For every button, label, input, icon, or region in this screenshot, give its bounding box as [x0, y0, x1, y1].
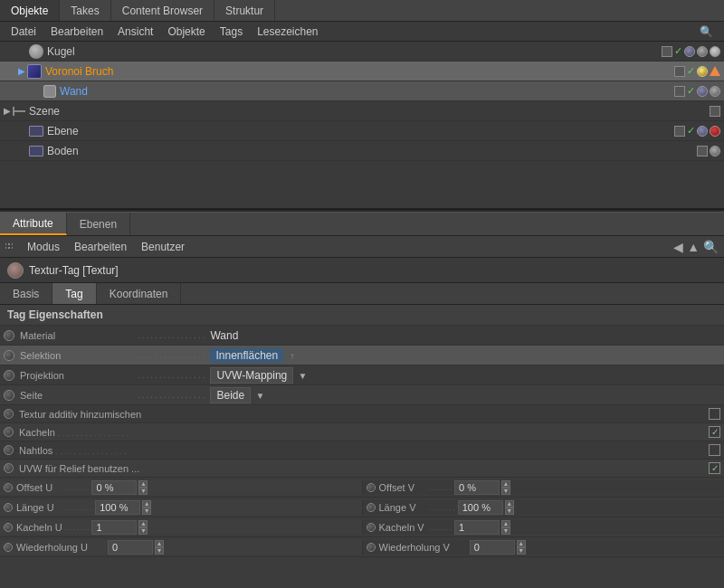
- menu-lesezeichen[interactable]: Lesezeichen: [250, 22, 325, 41]
- num-dots-laenge-v: ........: [429, 502, 456, 512]
- szene-object-icon: [13, 105, 25, 118]
- subtab-basis[interactable]: Basis: [0, 283, 52, 304]
- tab-content-browser[interactable]: Content Browser: [111, 0, 214, 21]
- prop-value-material: Wand: [206, 329, 720, 342]
- check-e: ✓: [687, 125, 695, 137]
- arrow-up-icon[interactable]: ▲: [687, 240, 700, 254]
- cb-radio-textur-additiv[interactable]: [4, 409, 14, 419]
- tab-ebenen[interactable]: Ebenen: [67, 213, 130, 235]
- subtab-tag[interactable]: Tag: [52, 283, 96, 304]
- toolbar-benutzer[interactable]: Benutzer: [138, 241, 188, 253]
- num-radio-wiederholung-u[interactable]: [4, 543, 13, 552]
- num-radio-wiederholung-v[interactable]: [367, 543, 376, 552]
- num-cell-wiederholung-u: Wiederholung U ▲ ▼: [0, 540, 363, 555]
- tab-objekte[interactable]: Objekte: [0, 0, 60, 21]
- prop-radio-selektion[interactable]: [4, 350, 14, 361]
- num-spinner-kacheln-u[interactable]: ▲ ▼: [138, 520, 148, 535]
- tab-takes[interactable]: Takes: [60, 0, 110, 21]
- num-dots-laenge-u: ........: [66, 502, 93, 512]
- num-spinner-kacheln-v[interactable]: ▲ ▼: [501, 520, 510, 535]
- szene-name: Szene: [29, 105, 710, 118]
- ebene-object-icon: [29, 126, 43, 137]
- num-row-kacheln: Kacheln U ....... ▲ ▼ Kacheln V ....... …: [0, 517, 724, 537]
- menu-bar: Datei Bearbeiten Ansicht Objekte Tags Le…: [0, 22, 724, 42]
- object-row-boden[interactable]: Boden: [0, 141, 724, 161]
- top-tab-bar: Objekte Takes Content Browser Struktur: [0, 0, 724, 22]
- attr-panel: Attribute Ebenen Modus Bearbeiten Benutz…: [0, 213, 724, 588]
- object-row-szene[interactable]: ▶ Szene: [0, 101, 724, 121]
- main-wrapper: Objekte Takes Content Browser Struktur D…: [0, 0, 724, 588]
- object-row-kugel[interactable]: Kugel ✓: [0, 42, 724, 62]
- num-radio-laenge-u[interactable]: [4, 503, 13, 512]
- num-radio-kacheln-v[interactable]: [367, 523, 376, 532]
- cb-radio-nahtlos[interactable]: [4, 445, 14, 455]
- prop-radio-material[interactable]: [4, 330, 14, 341]
- num-spinner-laenge-v[interactable]: ▲ ▼: [505, 500, 514, 515]
- attr-toolbar: Modus Bearbeiten Benutzer ◀ ▲ 🔍: [0, 236, 724, 258]
- cb-row-nahtlos: Nahtlos ................: [0, 441, 724, 460]
- dropdown-arrow-projektion[interactable]: ▼: [299, 371, 308, 381]
- prop-radio-seite[interactable]: [4, 390, 14, 401]
- num-input-wiederholung-u[interactable]: [108, 540, 153, 555]
- num-radio-offset-u[interactable]: [4, 483, 13, 492]
- arrow-left-icon[interactable]: ◀: [673, 240, 683, 254]
- menu-tags[interactable]: Tags: [213, 22, 250, 41]
- cb-radio-uwv-relief[interactable]: [4, 463, 14, 473]
- wand-name: Wand: [60, 85, 674, 98]
- prop-radio-projektion[interactable]: [4, 370, 14, 381]
- num-input-offset-v[interactable]: [454, 480, 500, 495]
- menu-datei[interactable]: Datei: [4, 22, 43, 41]
- num-spinner-offset-v[interactable]: ▲ ▼: [501, 480, 510, 495]
- textur-header: Textur-Tag [Textur]: [0, 258, 724, 283]
- object-row-voronoi[interactable]: ▶ Voronoi Bruch ✓: [0, 62, 724, 81]
- cb-radio-kacheln[interactable]: [4, 427, 14, 437]
- search-icon[interactable]: 🔍: [692, 22, 720, 41]
- prop-label-seite: Seite: [20, 390, 138, 401]
- menu-ansicht[interactable]: Ansicht: [110, 22, 160, 41]
- tab-attribute[interactable]: Attribute: [0, 213, 67, 235]
- triangle-icon: [710, 66, 720, 76]
- expand-szene-icon: ▶: [4, 106, 11, 116]
- num-input-laenge-u[interactable]: [95, 500, 140, 515]
- cb-row-textur-additiv: Textur additiv hinzumischen: [0, 405, 724, 423]
- menu-bearbeiten[interactable]: Bearbeiten: [43, 22, 110, 41]
- num-radio-offset-v[interactable]: [367, 483, 376, 492]
- object-row-ebene[interactable]: Ebene ✓: [0, 121, 724, 141]
- num-input-laenge-v[interactable]: [458, 500, 503, 515]
- cb-uwv-relief[interactable]: [709, 462, 720, 474]
- num-spinner-wiederholung-u[interactable]: ▲ ▼: [155, 540, 164, 555]
- cb-kacheln[interactable]: [709, 426, 720, 438]
- svg-rect-1: [13, 107, 14, 116]
- cb-nahtlos[interactable]: [709, 444, 720, 456]
- num-spinner-laenge-u[interactable]: ▲ ▼: [142, 500, 151, 515]
- toolbar-bearbeiten[interactable]: Bearbeiten: [71, 241, 130, 253]
- num-radio-laenge-v[interactable]: [367, 503, 376, 512]
- num-spinner-wiederholung-v[interactable]: ▲ ▼: [517, 540, 526, 555]
- dropdown-arrow-seite[interactable]: ▼: [256, 391, 265, 401]
- num-input-kacheln-u[interactable]: [91, 520, 137, 535]
- subtab-koordinaten[interactable]: Koordinaten: [97, 283, 182, 304]
- num-cell-wiederholung-v: Wiederholung V ▲ ▼: [363, 540, 725, 555]
- num-cell-kacheln-v: Kacheln V ....... ▲ ▼: [363, 520, 725, 535]
- toolbar-modus[interactable]: Modus: [24, 241, 63, 253]
- num-radio-kacheln-u[interactable]: [4, 523, 13, 532]
- tag-e1: [674, 126, 685, 137]
- cb-label-uwv-relief: UVW für Relief benutzen ...: [19, 463, 709, 474]
- num-input-wiederholung-v[interactable]: [470, 540, 515, 555]
- cb-textur-additiv[interactable]: [709, 408, 720, 420]
- num-input-kacheln-v[interactable]: [454, 520, 500, 535]
- mat-e2: [710, 126, 720, 137]
- num-label-laenge-v: Länge V: [379, 502, 429, 513]
- menu-objekte[interactable]: Objekte: [160, 22, 212, 41]
- prop-dots-material: ................: [138, 330, 206, 340]
- num-dots-offset-v: .......: [429, 482, 452, 492]
- tab-struktur[interactable]: Struktur: [214, 0, 275, 21]
- mat-w1: [697, 86, 708, 97]
- num-row-wiederholung: Wiederholung U ▲ ▼ Wiederholung V ▲ ▼: [0, 537, 724, 557]
- mat-b1: [710, 146, 720, 156]
- num-input-offset-u[interactable]: [91, 480, 137, 495]
- boden-object-icon: [29, 146, 43, 156]
- num-spinner-offset-u[interactable]: ▲ ▼: [138, 480, 148, 495]
- search-attr-icon[interactable]: 🔍: [703, 240, 719, 254]
- object-row-wand[interactable]: Wand ✓: [0, 81, 724, 101]
